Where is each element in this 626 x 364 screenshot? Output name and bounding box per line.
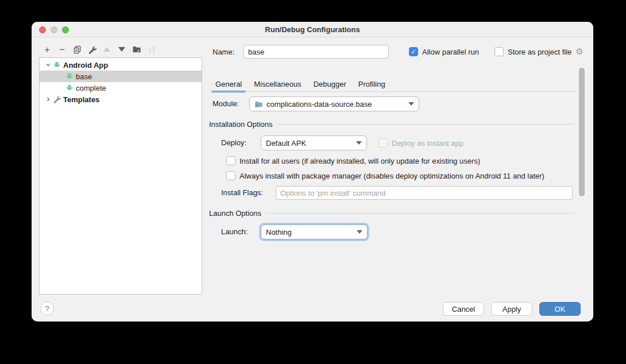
deploy-label: Deploy: <box>221 135 246 150</box>
gear-icon[interactable] <box>575 47 583 57</box>
section-divider <box>266 213 574 214</box>
dropdown-arrow-icon <box>408 102 414 106</box>
store-as-project-file-option[interactable]: Store as project file <box>494 45 584 59</box>
vertical-scrollbar[interactable] <box>579 68 585 196</box>
allow-parallel-run-option[interactable]: Allow parallel run <box>409 45 479 59</box>
window-titlebar[interactable]: Run/Debug Configurations <box>32 22 593 37</box>
install-flags-input[interactable] <box>276 186 573 200</box>
move-down-button[interactable] <box>114 43 129 56</box>
apply-button[interactable]: Apply <box>491 302 532 316</box>
deploy-value: Default APK <box>266 139 353 148</box>
screen-background: Run/Debug Configurations + − <box>0 0 626 364</box>
arrow-up-icon <box>103 47 110 52</box>
install-all-users-checkbox[interactable] <box>226 156 235 165</box>
android-icon <box>65 72 74 81</box>
tree-item-complete[interactable]: complete <box>40 82 202 94</box>
move-up-button <box>99 43 114 56</box>
copy-icon <box>73 45 82 54</box>
tree-item-label: complete <box>76 84 106 92</box>
deploy-as-instant-app-checkbox <box>378 138 388 148</box>
always-install-pm-label: Always install with package manager (dis… <box>239 172 544 180</box>
android-icon <box>53 61 61 69</box>
installation-options-title: Installation Options <box>209 120 273 129</box>
install-all-users-option[interactable]: Install for all users (if already instal… <box>226 154 480 168</box>
chevron-right-icon[interactable] <box>44 96 53 102</box>
allow-parallel-run-label: Allow parallel run <box>422 48 479 56</box>
tree-item-label: base <box>76 72 92 81</box>
module-label: Module: <box>212 96 239 111</box>
android-icon <box>65 84 74 92</box>
tree-item-label: Templates <box>63 95 99 104</box>
ok-button[interactable]: OK <box>539 302 581 316</box>
question-mark-icon: ? <box>45 304 49 313</box>
run-debug-configurations-dialog: Run/Debug Configurations + − <box>32 22 593 322</box>
add-configuration-button[interactable]: + <box>40 43 55 56</box>
launch-options-title: Launch Options <box>209 209 261 218</box>
wrench-icon <box>88 45 96 54</box>
dropdown-arrow-icon <box>357 230 362 234</box>
tree-item-templates[interactable]: Templates <box>40 94 202 105</box>
minus-icon: − <box>59 45 65 55</box>
section-divider <box>277 124 574 125</box>
launch-label: Launch: <box>221 224 248 239</box>
tab-miscellaneous[interactable]: Miscellaneous <box>250 78 305 91</box>
tree-item-base[interactable]: base <box>40 71 202 82</box>
plus-icon: + <box>44 45 50 55</box>
module-dropdown[interactable]: complications-data-source.base <box>249 96 419 111</box>
remove-configuration-button[interactable]: − <box>55 43 69 56</box>
config-tabs: General Miscellaneous Debugger Profiling <box>211 78 393 91</box>
tab-general[interactable]: General <box>211 78 246 91</box>
folder-plus-icon <box>132 45 141 54</box>
wrench-icon <box>53 95 61 104</box>
cancel-button[interactable]: Cancel <box>443 302 484 316</box>
chevron-down-icon[interactable] <box>44 62 53 68</box>
module-value: complications-data-source.base <box>266 100 405 109</box>
copy-configuration-button[interactable] <box>69 43 84 56</box>
edit-configuration-button[interactable] <box>84 43 99 56</box>
install-flags-label: Install Flags: <box>221 185 263 200</box>
deploy-as-instant-app-option: Deploy as instant app <box>378 136 463 150</box>
always-install-pm-option[interactable]: Always install with package manager (dis… <box>226 169 544 183</box>
module-folder-icon <box>254 100 263 109</box>
close-window-button[interactable] <box>39 26 46 33</box>
arrow-down-icon <box>118 47 125 52</box>
zoom-window-button[interactable] <box>62 26 69 33</box>
launch-options-section-header: Launch Options <box>209 208 574 218</box>
sort-configurations-button: ↓ az <box>144 43 159 56</box>
install-all-users-label: Install for all users (if already instal… <box>239 157 480 165</box>
tab-debugger[interactable]: Debugger <box>310 78 350 91</box>
help-button[interactable]: ? <box>40 301 54 315</box>
window-title: Run/Debug Configurations <box>265 25 360 34</box>
allow-parallel-run-checkbox[interactable] <box>409 47 418 56</box>
configurations-toolbar: + − <box>40 42 159 56</box>
deploy-as-instant-app-label: Deploy as instant app <box>392 139 463 148</box>
installation-options-section-header: Installation Options <box>209 119 574 129</box>
store-as-project-file-label: Store as project file <box>508 48 571 56</box>
store-as-project-file-checkbox[interactable] <box>494 47 504 56</box>
traffic-lights <box>39 26 69 33</box>
configurations-tree: Android App base <box>39 57 202 295</box>
always-install-pm-checkbox[interactable] <box>226 171 235 180</box>
tree-item-android-app[interactable]: Android App <box>40 59 202 71</box>
dropdown-arrow-icon <box>356 141 362 145</box>
deploy-dropdown[interactable]: Default APK <box>261 135 367 150</box>
tabs-divider <box>211 91 577 92</box>
minimize-window-button <box>51 26 57 33</box>
sort-az-icon: ↓ az <box>148 45 154 54</box>
launch-value: Nothing <box>266 228 353 237</box>
name-label: Name: <box>212 45 234 60</box>
new-folder-button[interactable] <box>129 43 144 56</box>
launch-dropdown[interactable]: Nothing <box>261 224 368 239</box>
name-input[interactable] <box>244 45 389 59</box>
tree-item-label: Android App <box>63 61 108 69</box>
tab-profiling[interactable]: Profiling <box>354 78 389 91</box>
